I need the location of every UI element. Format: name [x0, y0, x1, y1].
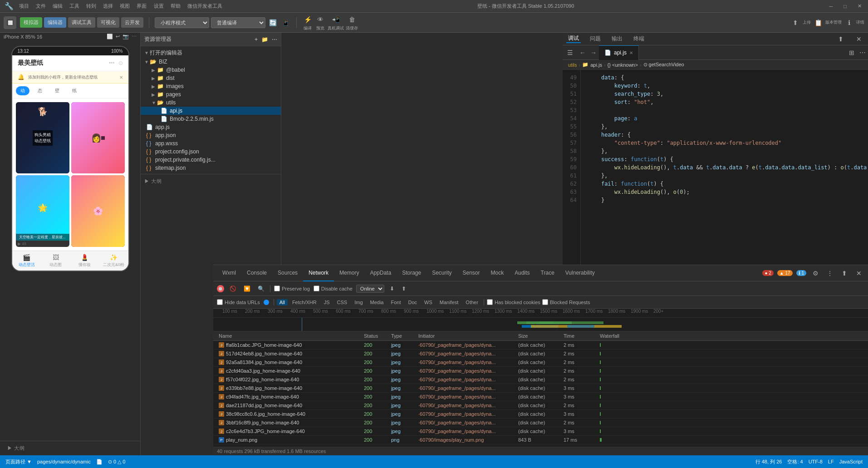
table-row[interactable]: Jc94fad47fc.jpg_home-image-640 200 jpeg … — [213, 393, 868, 401]
tab-security[interactable]: Security — [427, 265, 457, 281]
projectprivate-file[interactable]: { } project.private.config.js... — [141, 156, 281, 164]
upload-icon[interactable]: ⬆ — [790, 17, 801, 28]
bmob-file[interactable]: 📄 Bmob-2.2.5.min.js — [141, 115, 281, 123]
editor-split-icon[interactable]: ⊞ — [846, 47, 857, 58]
export-icon[interactable]: ⬆ — [400, 285, 408, 293]
console-tab-problems[interactable]: 问题 — [588, 35, 603, 43]
menu-select[interactable]: 选择 — [100, 2, 116, 10]
menu-interface[interactable]: 界面 — [134, 2, 149, 10]
maximize-panel-icon[interactable]: ⬆ — [835, 34, 846, 44]
visual-button[interactable]: 可视化 — [97, 17, 119, 28]
tab-audits[interactable]: Audits — [509, 265, 535, 281]
statusbar-path[interactable]: 页面路径 ▼ — [5, 458, 32, 465]
th-status[interactable]: Status — [362, 333, 389, 339]
filter-button[interactable]: 🔽 — [242, 285, 252, 293]
compile-select[interactable]: 普通编译 — [211, 17, 265, 28]
tab-console[interactable]: Console — [241, 265, 272, 281]
sitemap-file[interactable]: { } sitemap.json — [141, 164, 281, 172]
outline-tree-header[interactable]: ▶ 大纲 — [141, 176, 281, 187]
debug-button[interactable]: 调试工具 — [68, 17, 95, 28]
phone-nav-item-3[interactable]: ✨ 二次元&0粉 — [99, 254, 128, 268]
cat-tab-3[interactable]: 纸 — [68, 86, 81, 95]
machine-debug-icon[interactable]: 📲 — [330, 14, 341, 25]
import-icon[interactable]: ⬇ — [388, 285, 396, 293]
menu-project[interactable]: 项目 — [16, 2, 32, 10]
images-folder[interactable]: ▶ 📁 images — [141, 82, 281, 90]
api-js-file[interactable]: 📄 api.js — [141, 107, 281, 115]
tab-wxml[interactable]: Wxml — [217, 265, 241, 281]
dist-folder[interactable]: ▶ 📁 dist — [141, 74, 281, 82]
record-button[interactable]: ⏺ — [217, 285, 224, 292]
maximize-button[interactable]: □ — [841, 3, 849, 10]
th-waterfall[interactable]: Waterfall — [598, 333, 864, 339]
filter-all[interactable]: All — [277, 299, 288, 305]
phone-nav-item-1[interactable]: 🖼 动态图 — [41, 254, 70, 268]
table-row[interactable]: J3bbf16c8f9.jpg_home-image-640 200 jpeg … — [213, 419, 868, 427]
has-blocked-checkbox[interactable]: Has blocked cookies — [487, 299, 540, 305]
filter-doc[interactable]: Doc — [405, 299, 420, 305]
clean-icon[interactable]: 🗑 — [347, 14, 358, 25]
sidebar-more-icon[interactable]: ⋯ — [272, 36, 277, 43]
appjson-file[interactable]: { } app.json — [141, 131, 281, 139]
th-time[interactable]: Time — [562, 333, 598, 339]
header-circle-icon[interactable]: ⊙ — [118, 60, 123, 66]
filter-css[interactable]: CSS — [334, 299, 350, 305]
th-name[interactable]: Name — [217, 333, 362, 339]
version-icon[interactable]: 📋 — [813, 17, 824, 28]
statusbar-page[interactable]: pages/dynamic/dynamic — [37, 459, 91, 464]
table-row[interactable]: Pplay_num.png 200 png ·60790/images/play… — [213, 436, 868, 444]
preserve-log-checkbox[interactable]: Preserve log — [274, 286, 310, 291]
tab-sensor[interactable]: Sensor — [457, 265, 485, 281]
disable-cache-checkbox[interactable]: Disable cache — [314, 286, 353, 291]
devtools-maximize-icon[interactable]: ⬆ — [839, 268, 850, 279]
phone-nav-item-2[interactable]: 💄 懂你妆 — [70, 254, 99, 268]
console-tab-terminal[interactable]: 终端 — [632, 35, 646, 43]
breadcrumb-unknown[interactable]: {} <unknown> — [608, 62, 638, 68]
table-row[interactable]: Je339bb7e88.jpg_home-image-640 200 jpeg … — [213, 384, 868, 393]
filter-manifest[interactable]: Manifest — [437, 299, 461, 305]
phone-rotate-icon[interactable]: ↩ — [116, 34, 120, 39]
filter-ws[interactable]: WS — [422, 299, 435, 305]
notification-close[interactable]: ✕ — [119, 75, 123, 80]
tab-memory[interactable]: Memory — [334, 265, 364, 281]
utils-folder[interactable]: ▼ 📂 utils — [141, 99, 281, 107]
menu-file[interactable]: 文件 — [33, 2, 49, 10]
new-file-icon[interactable]: + — [255, 36, 258, 43]
filter-other[interactable]: Other — [463, 299, 481, 305]
table-row[interactable]: Jffa6b1cabc.JPG_home-image-640 200 jpeg … — [213, 341, 868, 350]
table-row[interactable]: Jc2cfd40aa3.jpg_home-image-640 200 jpeg … — [213, 367, 868, 375]
phone-home-icon[interactable]: ⬜ — [107, 34, 113, 39]
table-row[interactable]: J38c98cc8c0.6.jpg_home-image-640 200 jpe… — [213, 410, 868, 419]
details-icon[interactable]: ℹ — [843, 17, 854, 28]
editor-history-forward[interactable]: → — [588, 47, 599, 58]
filter-media[interactable]: Media — [368, 299, 387, 305]
new-folder-icon[interactable]: 📁 — [261, 36, 268, 43]
cloud-button[interactable]: 云开发 — [121, 17, 143, 28]
console-tab-output[interactable]: 输出 — [610, 35, 624, 43]
babel-folder[interactable]: ▶ 📁 @babel — [141, 66, 281, 74]
table-row[interactable]: J517d424eb8.jpg_home-image-640 200 jpeg … — [213, 350, 868, 358]
phone-nav-item-0[interactable]: 🎬 动态壁活 — [12, 254, 41, 268]
minimize-button[interactable]: ─ — [827, 3, 836, 10]
filter-fetch[interactable]: Fetch/XHR — [289, 299, 319, 305]
th-type[interactable]: Type — [389, 333, 417, 339]
preview-icon[interactable]: 👁 — [315, 14, 326, 25]
api-js-tab[interactable]: 📄 api.js ✕ — [599, 45, 639, 60]
cat-tab-2[interactable]: 壁 — [50, 86, 64, 95]
phone-screenshot-icon[interactable]: 📷 — [123, 34, 129, 39]
devtools-settings-icon[interactable]: ⚙ — [810, 268, 821, 279]
filter-font[interactable]: Font — [388, 299, 403, 305]
tab-trace[interactable]: Trace — [535, 265, 560, 281]
menu-tool[interactable]: 工具 — [67, 2, 82, 10]
clear-button[interactable]: 🚫 — [228, 285, 238, 293]
menu-help[interactable]: 帮助 — [168, 2, 183, 10]
console-tab-debug[interactable]: 调试 — [566, 34, 581, 43]
breadcrumb-apijs[interactable]: api.js — [590, 62, 602, 68]
table-row[interactable]: Jf57c04f022.jpg_home-image-640 200 jpeg … — [213, 375, 868, 384]
tab-sources[interactable]: Sources — [272, 265, 303, 281]
th-initiator[interactable]: Initiator — [417, 333, 516, 339]
menu-edit[interactable]: 编辑 — [50, 2, 65, 10]
table-row[interactable]: Jc2c6e4d7b3.JPG_home-image-640 200 jpeg … — [213, 427, 868, 436]
editor-more-icon[interactable]: ⋯ — [857, 47, 868, 58]
hide-data-urls-checkbox[interactable]: Hide data URLs — [217, 299, 260, 305]
